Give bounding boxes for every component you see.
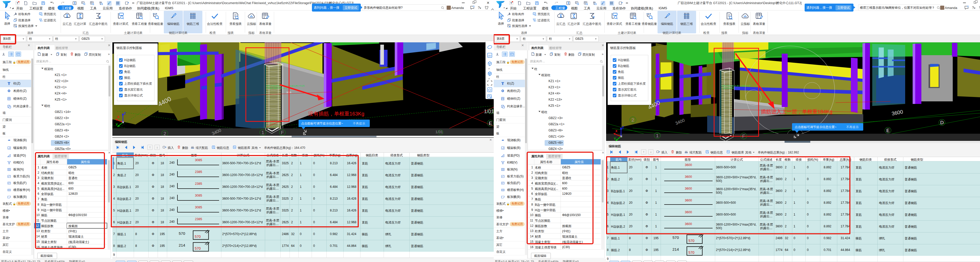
svg-text:240.5+12*d: 240.5+12*d [277,62,288,64]
svg-text:没有插筋，单根重163Kg: 没有插筋，单根重163Kg [308,111,364,117]
svg-text:Y: Y [614,137,616,140]
svg-text:Y: Y [116,123,118,126]
svg-text:2: 2 [632,117,635,123]
svg-text:F: F [742,133,745,139]
svg-text:D: D [940,120,944,125]
svg-text:570: 570 [195,246,201,251]
svg-text:插筋进入上一层，单根重184Kg: 插筋进入上一层，单根重184Kg [761,109,832,114]
svg-text:Z: Z [622,126,624,129]
svg-text:X: X [616,129,617,133]
svg-text:570: 570 [195,235,201,239]
svg-text:上直径(5d)(500): 上直径(5d)(500) [722,87,735,89]
svg-text:E: E [886,128,890,133]
svg-text:层高-本层的露出长度+上层露出长度: 层高-本层的露出长度+上层露出长度 [722,85,750,87]
svg-text:-保护层+弯折(240.5+12*d): -保护层+弯折(240.5+12*d) [266,87,287,89]
svg-text:570: 570 [688,239,695,243]
svg-text:2D: 2D [488,54,491,57]
svg-text:570: 570 [688,251,695,254]
svg-text:1: 1 [656,133,659,138]
svg-text:Z: Z [124,112,126,115]
svg-text:2: 2 [164,131,166,136]
svg-text:E: E [489,121,492,126]
svg-text:1: 1 [261,130,264,135]
svg-text:X: X [117,115,119,119]
svg-text:F: F [281,130,284,135]
